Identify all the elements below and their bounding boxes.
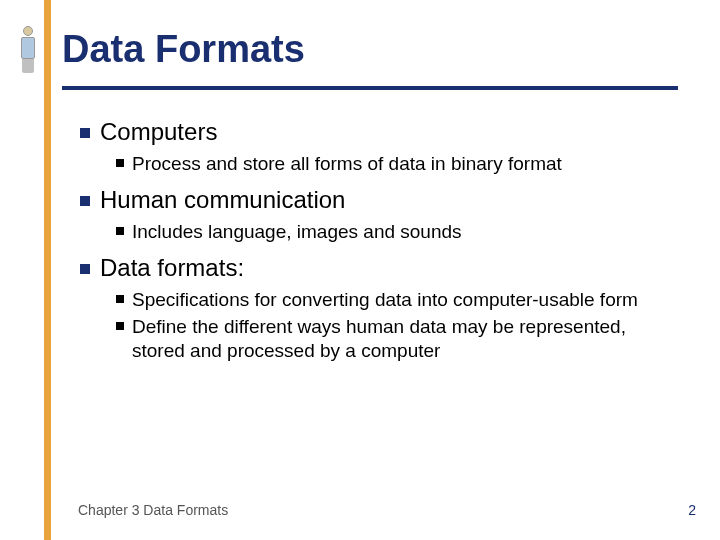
bullet-level2: Includes language, images and sounds [116,220,680,244]
bullet-level1: Human communication [80,186,680,214]
square-bullet-icon [80,264,90,274]
bullet-text: Human communication [100,186,345,213]
slide-content: Computers Process and store all forms of… [80,108,680,367]
square-bullet-icon [116,227,124,235]
square-bullet-icon [116,322,124,330]
bullet-level1: Computers [80,118,680,146]
square-bullet-icon [80,128,90,138]
vertical-accent-bar [44,0,51,540]
title-underline [62,86,678,90]
bullet-text: Process and store all forms of data in b… [132,152,562,176]
bullet-text: Specifications for converting data into … [132,288,638,312]
bullet-text: Includes language, images and sounds [132,220,462,244]
footer-chapter-label: Chapter 3 Data Formats [78,502,228,518]
slide-title: Data Formats [62,28,305,71]
bullet-text: Data formats: [100,254,244,281]
bullet-level2: Define the different ways human data may… [116,315,680,363]
decorative-character-icon [18,26,38,78]
bullet-text: Define the different ways human data may… [132,315,680,363]
footer-page-number: 2 [688,502,696,518]
square-bullet-icon [116,159,124,167]
bullet-level2: Specifications for converting data into … [116,288,680,312]
square-bullet-icon [116,295,124,303]
square-bullet-icon [80,196,90,206]
bullet-level1: Data formats: [80,254,680,282]
bullet-level2: Process and store all forms of data in b… [116,152,680,176]
bullet-text: Computers [100,118,217,145]
